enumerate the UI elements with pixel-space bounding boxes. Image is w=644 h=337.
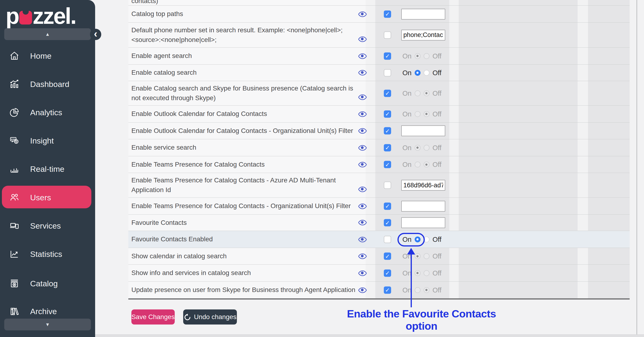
setting-label: Update presence on user from Skype for B… <box>132 282 356 298</box>
sidebar-item-label: Dashboard <box>30 80 69 89</box>
sidebar: p zzel. ▲ HomeDashboardAnalyticsInsightR… <box>0 0 95 337</box>
visibility-eye-icon[interactable] <box>358 53 367 59</box>
setting-label: Enable Teams Presence for Catalog Contac… <box>132 173 356 197</box>
visibility-eye-icon[interactable] <box>358 203 367 209</box>
setting-label: Enable Catalog search and Skype for Busi… <box>132 81 356 105</box>
visibility-eye-icon[interactable] <box>358 128 367 134</box>
on-label: On <box>402 89 412 97</box>
on-off-radio-group: OnOff <box>402 144 442 152</box>
visibility-eye-icon[interactable] <box>358 161 367 168</box>
radio-on <box>415 90 420 96</box>
logo-text-pre: p <box>6 3 18 29</box>
setting-label: Enable Teams Presence for Catalog Contac… <box>132 156 356 173</box>
radio-on <box>415 111 420 117</box>
radio-off-selected <box>424 111 430 117</box>
setting-value-input[interactable] <box>401 180 445 191</box>
inherit-checkbox-checked[interactable]: ✓ <box>384 127 391 135</box>
visibility-eye-icon[interactable] <box>358 270 367 276</box>
visibility-eye-icon[interactable] <box>358 111 367 117</box>
inherit-checkbox-checked[interactable]: ✓ <box>384 144 391 151</box>
panel-right-divider <box>636 0 637 334</box>
dashboard-icon <box>9 79 20 90</box>
insight-icon <box>9 135 20 146</box>
sidebar-collapse-top[interactable]: ▲ <box>4 28 91 40</box>
table-row: Enable service search✓OnOff <box>128 139 630 156</box>
inherit-checkbox-unchecked[interactable] <box>384 236 391 243</box>
visibility-eye-icon[interactable] <box>358 94 367 100</box>
sidebar-item-label: Analytics <box>30 108 62 117</box>
sidebar-item-dashboard[interactable]: Dashboard <box>0 72 95 96</box>
table-row: Favourite Contacts EnabledOnOff <box>128 231 630 248</box>
off-label: Off <box>432 161 442 169</box>
inherit-checkbox-checked[interactable]: ✓ <box>384 286 391 294</box>
radio-off-selected <box>424 287 430 293</box>
setting-label: Enable Outlook Calendar for Catalog Cont… <box>132 106 356 122</box>
inherit-checkbox-checked[interactable]: ✓ <box>384 110 391 118</box>
sidebar-item-label: Services <box>30 221 61 230</box>
page-bottom-strip <box>95 334 644 337</box>
table-row: Enable Teams Presence for Catalog Contac… <box>128 198 630 215</box>
sidebar-item-users[interactable]: Users <box>0 186 95 209</box>
visibility-eye-icon[interactable] <box>358 186 367 193</box>
puzzle-piece-icon <box>19 11 32 25</box>
save-changes-button[interactable]: Save Changes <box>132 309 175 324</box>
visibility-eye-icon[interactable] <box>358 11 367 18</box>
table-row: Enable Outlook Calendar for Catalog Cont… <box>128 123 630 139</box>
triangle-up-icon: ▲ <box>45 32 50 37</box>
inherit-checkbox-unchecked[interactable] <box>384 31 391 39</box>
setting-label: Enable Outlook Calendar for Catalog Cont… <box>132 123 356 139</box>
visibility-eye-icon[interactable] <box>358 287 367 293</box>
inherit-checkbox-checked[interactable]: ✓ <box>384 219 391 226</box>
inherit-checkbox-checked[interactable]: ✓ <box>384 52 391 60</box>
undo-changes-button[interactable]: Undo changes <box>183 309 237 324</box>
setting-label: Favourite Contacts <box>132 215 356 231</box>
setting-label: Show info and services in catalog search <box>132 265 356 281</box>
table-row-partial: contacts) <box>128 0 630 6</box>
visibility-eye-icon[interactable] <box>358 145 367 151</box>
inherit-checkbox-checked[interactable]: ✓ <box>384 253 391 260</box>
radio-on-selected <box>415 270 420 276</box>
sidebar-item-label: Real-time <box>30 164 64 174</box>
setting-value-input[interactable] <box>401 217 445 228</box>
settings-table: contacts)Catalog top paths✓Default phone… <box>128 0 630 299</box>
radio-off[interactable] <box>424 70 430 76</box>
sidebar-item-services[interactable]: Services <box>0 214 95 237</box>
inherit-checkbox-checked[interactable]: ✓ <box>384 10 391 18</box>
inherit-checkbox-checked[interactable]: ✓ <box>384 202 391 210</box>
off-label: Off <box>432 286 442 294</box>
inherit-checkbox-checked[interactable]: ✓ <box>384 161 391 168</box>
radio-off <box>424 270 430 276</box>
on-label: On <box>402 269 412 277</box>
visibility-eye-icon[interactable] <box>358 253 367 259</box>
visibility-eye-icon[interactable] <box>358 36 367 43</box>
sidebar-item-catalog[interactable]: Catalog <box>0 272 95 295</box>
setting-value-input[interactable] <box>401 201 445 212</box>
radio-on-selected <box>415 53 420 59</box>
setting-value-input[interactable] <box>401 30 445 41</box>
sidebar-item-statistics[interactable]: Statistics <box>0 242 95 266</box>
logo-text-post: zzel. <box>33 3 76 29</box>
setting-label: Favourite Contacts Enabled <box>132 231 356 248</box>
sidebar-item-insight[interactable]: Insight <box>0 129 95 152</box>
sidebar-item-real-time[interactable]: Real-time <box>0 157 95 181</box>
inherit-checkbox-unchecked[interactable] <box>384 69 391 76</box>
setting-value-input[interactable] <box>401 9 445 20</box>
sidebar-item-home[interactable]: Home <box>0 44 95 68</box>
visibility-eye-icon[interactable] <box>358 219 367 226</box>
visibility-eye-icon[interactable] <box>358 70 367 76</box>
setting-value-input[interactable] <box>401 125 445 136</box>
setting-label: Enable service search <box>132 139 356 156</box>
on-label: On <box>402 144 412 152</box>
visibility-eye-icon[interactable] <box>358 236 367 243</box>
sidebar-item-label: Users <box>30 193 51 202</box>
inherit-checkbox-checked[interactable]: ✓ <box>384 90 391 97</box>
off-label: Off <box>432 269 442 277</box>
radio-on-selected[interactable] <box>415 70 420 76</box>
inherit-checkbox-unchecked[interactable] <box>384 182 391 189</box>
save-changes-label: Save Changes <box>132 313 175 321</box>
sidebar-toggle-button[interactable]: ‹ <box>90 29 101 40</box>
inherit-checkbox-checked[interactable]: ✓ <box>384 269 391 277</box>
sidebar-item-analytics[interactable]: Analytics <box>0 101 95 124</box>
off-label: Off <box>432 89 442 97</box>
sidebar-item-archive[interactable]: Archive <box>0 299 95 323</box>
